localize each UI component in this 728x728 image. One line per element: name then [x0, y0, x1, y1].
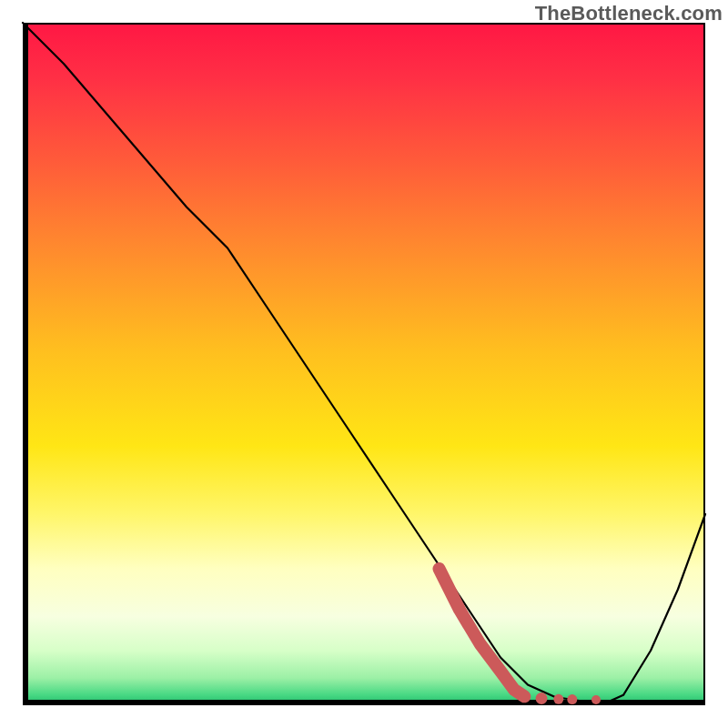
chart-root: TheBottleneck.com	[0, 0, 728, 728]
plot-area	[23, 23, 705, 705]
bottleneck-curve	[23, 23, 705, 702]
watermark-text: TheBottleneck.com	[535, 2, 723, 25]
highlight-dot	[592, 695, 601, 704]
highlight-dot	[567, 694, 577, 704]
highlight-dots	[536, 693, 602, 704]
highlight-dot	[553, 694, 563, 704]
chart-svg	[23, 23, 705, 705]
highlight-segment	[440, 569, 525, 696]
highlight-dot	[536, 693, 548, 704]
